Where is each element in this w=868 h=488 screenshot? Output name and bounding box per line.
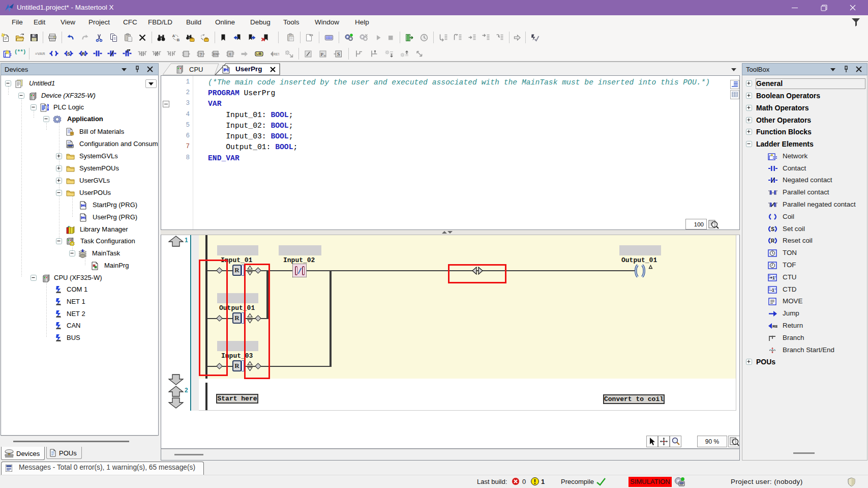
- svg-text:RET: RET: [772, 324, 777, 329]
- svg-text:?: ?: [199, 52, 202, 57]
- svg-text:R: R: [82, 51, 85, 56]
- svg-text:B: B: [177, 38, 180, 42]
- svg-text:A: A: [172, 34, 175, 38]
- svg-text:+1: +1: [770, 275, 775, 280]
- svg-text:w: w: [324, 54, 326, 57]
- svg-text:EN: EN: [213, 52, 218, 56]
- svg-text:RET: RET: [274, 52, 280, 56]
- svg-text:S: S: [337, 51, 340, 57]
- svg-text:S: S: [771, 226, 774, 232]
- svg-text:E: E: [229, 52, 232, 56]
- svg-text:S: S: [67, 51, 70, 56]
- svg-text:-1: -1: [770, 288, 774, 293]
- svg-text:LIB: LIB: [256, 52, 262, 55]
- svg-text:R: R: [771, 238, 775, 244]
